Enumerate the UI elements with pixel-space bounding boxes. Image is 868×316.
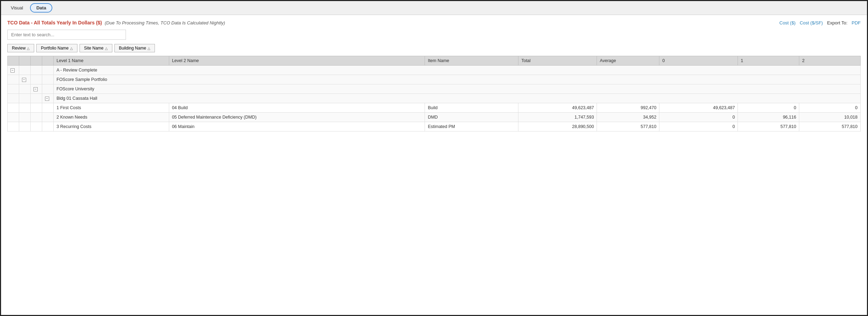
col0-cell: 49,623,487 xyxy=(659,103,738,113)
spacer-cell: − xyxy=(31,84,42,94)
spacer-cell xyxy=(8,84,19,94)
spacer-cell xyxy=(42,103,54,113)
group-row-portfolio: − FOScore Sample Portfolio xyxy=(8,75,861,84)
search-bar xyxy=(7,30,861,40)
review-label: A - Review Complete xyxy=(54,66,861,75)
collapse-building-icon[interactable]: − xyxy=(45,97,49,101)
total-cell: 1,747,593 xyxy=(518,113,597,122)
sort-review-arrow: △ xyxy=(27,46,30,50)
header-actions: Cost ($) Cost ($/SF) Export To: PDF xyxy=(779,20,861,25)
spacer-cell xyxy=(31,122,42,131)
spacer-cell: − xyxy=(19,75,31,84)
spacer-cell xyxy=(19,84,31,94)
sort-controls: Review △ Portfolio Name △ Site Name △ Bu… xyxy=(7,44,861,52)
spacer-cell xyxy=(19,113,31,122)
average-cell: 577,810 xyxy=(597,122,659,131)
cost-sf-link[interactable]: Cost ($/SF) xyxy=(800,20,823,25)
group-row-site: − FOScore University xyxy=(8,84,861,94)
spacer-cell: − xyxy=(42,94,54,103)
col-header-spacer3 xyxy=(31,56,42,66)
spacer-cell xyxy=(42,122,54,131)
table-row: 1 First Costs 04 Build Build 49,623,487 … xyxy=(8,103,861,113)
spacer-cell xyxy=(31,75,42,84)
col1-cell: 577,810 xyxy=(738,122,799,131)
tab-data[interactable]: Data xyxy=(30,3,52,13)
col-header-1: 1 xyxy=(738,56,799,66)
col1-cell: 96,116 xyxy=(738,113,799,122)
average-cell: 34,952 xyxy=(597,113,659,122)
building-label: Bldg 01 Cassata Hall xyxy=(54,94,861,103)
level1-cell: 3 Recurring Costs xyxy=(54,122,169,131)
col0-cell: 0 xyxy=(659,113,738,122)
search-input[interactable] xyxy=(7,30,126,40)
col-header-spacer1 xyxy=(8,56,19,66)
col0-cell: 0 xyxy=(659,122,738,131)
portfolio-label: FOScore Sample Portfolio xyxy=(54,75,861,84)
col2-cell: 10,018 xyxy=(799,113,861,122)
pdf-link[interactable]: PDF xyxy=(852,20,861,25)
spacer-cell xyxy=(19,103,31,113)
sort-site-label: Site Name xyxy=(84,46,104,51)
item-cell: Estimated PM xyxy=(425,122,518,131)
collapse-review-icon[interactable]: − xyxy=(10,68,15,73)
level1-cell: 2 Known Needs xyxy=(54,113,169,122)
sort-site-arrow: △ xyxy=(105,46,108,50)
total-cell: 49,623,487 xyxy=(518,103,597,113)
group-row-review: − A - Review Complete xyxy=(8,66,861,75)
sort-building-arrow: △ xyxy=(148,46,150,50)
col-header-level1: Level 1 Name xyxy=(54,56,169,66)
collapse-portfolio-icon[interactable]: − xyxy=(22,78,26,82)
spacer-cell xyxy=(19,94,31,103)
table-row: 2 Known Needs 05 Deferred Maintenance De… xyxy=(8,113,861,122)
main-content: TCO Data - All Totals Yearly In Dollars … xyxy=(1,15,867,136)
sort-building-button[interactable]: Building Name △ xyxy=(114,44,155,52)
tab-visual[interactable]: Visual xyxy=(5,4,29,12)
spacer-cell xyxy=(42,66,54,75)
col-header-total: Total xyxy=(518,56,597,66)
sort-portfolio-label: Portfolio Name xyxy=(41,46,68,51)
table-row: 3 Recurring Costs 06 Maintain Estimated … xyxy=(8,122,861,131)
sort-building-label: Building Name xyxy=(119,46,146,51)
spacer-cell xyxy=(42,75,54,84)
col-header-0: 0 xyxy=(659,56,738,66)
sort-site-button[interactable]: Site Name △ xyxy=(80,44,112,52)
item-cell: Build xyxy=(425,103,518,113)
cost-dollar-link[interactable]: Cost ($) xyxy=(779,20,795,25)
sort-portfolio-arrow: △ xyxy=(70,46,73,50)
spacer-cell xyxy=(8,113,19,122)
header-title: TCO Data - All Totals Yearly In Dollars … xyxy=(7,20,225,25)
spacer-cell xyxy=(19,66,31,75)
page-title: TCO Data - All Totals Yearly In Dollars … xyxy=(7,20,102,25)
page-subtitle: (Due To Processing Times, TCO Data Is Ca… xyxy=(105,20,225,25)
col-header-2: 2 xyxy=(799,56,861,66)
item-cell: DMD xyxy=(425,113,518,122)
spacer-cell xyxy=(8,94,19,103)
group-row-building: − Bldg 01 Cassata Hall xyxy=(8,94,861,103)
sort-review-button[interactable]: Review △ xyxy=(7,44,34,52)
sort-portfolio-button[interactable]: Portfolio Name △ xyxy=(36,44,77,52)
col1-cell: 0 xyxy=(738,103,799,113)
spacer-cell xyxy=(31,103,42,113)
col2-cell: 577,810 xyxy=(799,122,861,131)
spacer-cell xyxy=(19,122,31,131)
spacer-cell xyxy=(42,113,54,122)
tab-bar: Visual Data xyxy=(1,1,867,15)
spacer-cell xyxy=(31,113,42,122)
spacer-cell xyxy=(8,75,19,84)
average-cell: 992,470 xyxy=(597,103,659,113)
col-header-spacer4 xyxy=(42,56,54,66)
level2-cell: 05 Deferred Maintenance Deficiency (DMD) xyxy=(169,113,425,122)
spacer-cell: − xyxy=(8,66,19,75)
spacer-cell xyxy=(8,103,19,113)
header-row: TCO Data - All Totals Yearly In Dollars … xyxy=(7,20,861,25)
spacer-cell xyxy=(8,122,19,131)
col-header-spacer2 xyxy=(19,56,31,66)
col-header-item: Item Name xyxy=(425,56,518,66)
data-table: Level 1 Name Level 2 Name Item Name Tota… xyxy=(7,56,861,131)
level1-cell: 1 First Costs xyxy=(54,103,169,113)
spacer-cell xyxy=(42,84,54,94)
site-label: FOScore University xyxy=(54,84,861,94)
collapse-site-icon[interactable]: − xyxy=(33,87,38,91)
spacer-cell xyxy=(31,66,42,75)
col2-cell: 0 xyxy=(799,103,861,113)
